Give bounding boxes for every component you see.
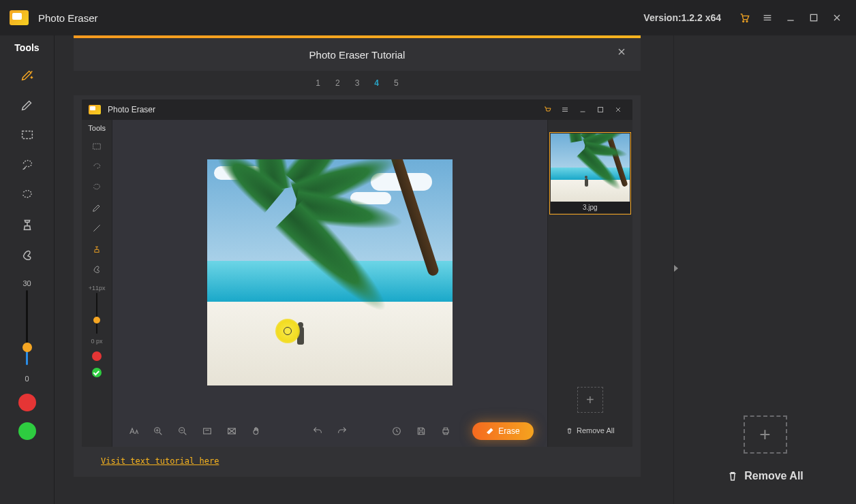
- center-area: Photo Eraser Tutorial 1 2 3 4 5 Photo Er…: [55, 35, 673, 504]
- zoom-out-icon[interactable]: [175, 424, 190, 439]
- pencil-plus-tool-icon[interactable]: [15, 63, 40, 87]
- app-logo-icon: [10, 10, 29, 25]
- svg-rect-11: [443, 430, 448, 433]
- svg-rect-5: [93, 144, 101, 149]
- step-3[interactable]: 3: [355, 78, 360, 88]
- undo-icon[interactable]: [310, 424, 325, 439]
- maximize-icon[interactable]: [804, 8, 823, 27]
- remove-all-label: Remove All: [744, 470, 804, 482]
- inner-rectangle-tool-icon[interactable]: [89, 139, 104, 154]
- thumbnail[interactable]: 3.jpg: [549, 132, 631, 215]
- erase-button[interactable]: Erase: [472, 422, 533, 440]
- hand-pan-icon[interactable]: [249, 424, 264, 439]
- inner-line-tool-icon[interactable]: [89, 221, 104, 236]
- inner-add-image-button[interactable]: +: [577, 387, 603, 413]
- print-icon[interactable]: [438, 424, 453, 439]
- svg-rect-4: [598, 108, 603, 112]
- tools-title: Tools: [14, 42, 39, 53]
- remove-all-button[interactable]: Remove All: [727, 470, 804, 482]
- modal-title: Photo Eraser Tutorial: [309, 49, 406, 61]
- tutorial-inner-window: Photo Eraser Tools: [82, 99, 632, 447]
- inner-size-max: +11px: [89, 285, 106, 292]
- lasso-tool-icon[interactable]: [15, 153, 40, 177]
- erase-button-label: Erase: [498, 426, 519, 436]
- save-icon[interactable]: [414, 424, 429, 439]
- right-panel: + Remove All: [673, 35, 856, 504]
- brush-size-min-label: 0: [25, 375, 29, 383]
- tutorial-steps: 1 2 3 4 5: [74, 71, 641, 95]
- svg-point-0: [743, 20, 744, 22]
- fit-screen-icon[interactable]: [200, 424, 215, 439]
- modal-header: Photo Eraser Tutorial: [74, 38, 641, 71]
- svg-rect-8: [204, 428, 211, 434]
- inner-bottom-toolbar: Erase: [112, 415, 547, 447]
- brush-size-max-label: 30: [22, 279, 31, 287]
- freehand-select-tool-icon[interactable]: [15, 183, 40, 207]
- app-title: Photo Eraser: [38, 12, 98, 24]
- inner-lasso-tool-icon[interactable]: [89, 159, 104, 174]
- inner-maximize-icon[interactable]: [593, 102, 608, 117]
- mask-red-dot[interactable]: [18, 394, 36, 411]
- step-2[interactable]: 2: [335, 78, 340, 88]
- titlebar: Photo Eraser Version:1.2.2 x64: [0, 0, 856, 35]
- mask-green-dot[interactable]: [18, 422, 36, 440]
- clone-stamp-tool-icon[interactable]: [15, 212, 40, 237]
- add-image-button[interactable]: +: [744, 415, 787, 454]
- minimize-icon[interactable]: [781, 8, 800, 27]
- thumbnail-label: 3.jpg: [551, 202, 630, 213]
- inner-smudge-tool-icon[interactable]: [89, 262, 104, 277]
- text-size-icon[interactable]: [126, 424, 141, 439]
- inner-size-slider[interactable]: [91, 293, 102, 334]
- inner-pencil-tool-icon[interactable]: [89, 200, 104, 215]
- inner-tools-sidebar: Tools +11px 0 px: [82, 120, 112, 447]
- tools-sidebar: Tools 30 0: [0, 35, 55, 504]
- step-1[interactable]: 1: [316, 78, 320, 88]
- expand-panel-icon[interactable]: [673, 264, 679, 276]
- version-label: Version:1.2.2 x64: [643, 12, 721, 23]
- zoom-in-icon[interactable]: [151, 424, 166, 439]
- inner-tools-title: Tools: [88, 124, 106, 132]
- inner-menu-icon[interactable]: [557, 102, 572, 117]
- svg-rect-2: [810, 14, 816, 20]
- inner-cart-icon[interactable]: [540, 102, 555, 117]
- inner-titlebar: Photo Eraser: [82, 99, 632, 120]
- svg-rect-3: [22, 131, 32, 139]
- inner-minimize-icon[interactable]: [575, 102, 590, 117]
- inner-green-dot[interactable]: [92, 368, 102, 377]
- inner-size-min: 0 px: [91, 338, 103, 345]
- modal-close-icon[interactable]: [616, 46, 631, 61]
- inner-red-dot[interactable]: [92, 351, 102, 361]
- step-4[interactable]: 4: [374, 78, 379, 88]
- pencil-tool-icon[interactable]: [15, 93, 40, 117]
- tutorial-modal: Photo Eraser Tutorial 1 2 3 4 5 Photo Er…: [74, 38, 641, 477]
- close-icon[interactable]: [827, 8, 846, 27]
- inner-remove-all-label: Remove All: [577, 426, 615, 435]
- inner-close-icon[interactable]: [611, 102, 626, 117]
- inner-remove-all-button[interactable]: Remove All: [566, 426, 615, 435]
- inner-stamp-tool-icon[interactable]: [89, 241, 104, 256]
- inner-canvas-area: Erase: [112, 120, 547, 447]
- cursor-highlight-icon: [275, 319, 300, 343]
- redo-icon[interactable]: [335, 424, 350, 439]
- inner-app-title: Photo Eraser: [108, 105, 155, 114]
- inner-freehand-tool-icon[interactable]: [89, 180, 104, 195]
- cart-icon[interactable]: [735, 8, 754, 27]
- history-icon[interactable]: [389, 424, 404, 439]
- inner-logo-icon: [89, 105, 101, 114]
- svg-point-1: [746, 20, 748, 22]
- step-5[interactable]: 5: [394, 78, 399, 88]
- menu-icon[interactable]: [758, 8, 777, 27]
- brush-size-slider[interactable]: [20, 290, 34, 365]
- smudge-tool-icon[interactable]: [15, 242, 40, 267]
- rectangle-select-tool-icon[interactable]: [15, 123, 40, 147]
- tutorial-text-link[interactable]: Visit text tutorial here: [101, 456, 632, 466]
- inner-right-panel: 3.jpg + Remove All: [547, 120, 632, 447]
- canvas-image[interactable]: [207, 159, 453, 385]
- actual-size-icon[interactable]: [224, 424, 239, 439]
